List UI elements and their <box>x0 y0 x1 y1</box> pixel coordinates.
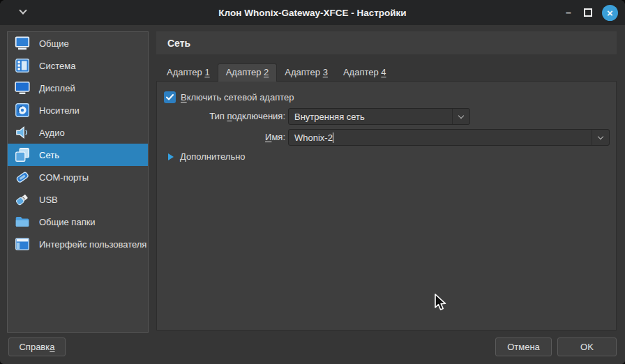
tab-adapter-1[interactable]: Адаптер 1 <box>159 64 218 82</box>
sidebar-item-audio[interactable]: Аудио <box>8 121 148 144</box>
cancel-button[interactable]: Отмена <box>495 338 552 356</box>
settings-category-list: Общие Система Дисплей Носители Аудио Сет… <box>7 31 149 333</box>
sidebar-item-general[interactable]: Общие <box>8 32 148 54</box>
enable-adapter-label[interactable]: Включить сетевой адаптер <box>181 92 294 103</box>
dropdown-button[interactable] <box>452 109 469 124</box>
storage-icon <box>14 102 31 119</box>
audio-icon <box>14 124 31 141</box>
sidebar-item-display[interactable]: Дисплей <box>8 77 148 99</box>
chevron-down-icon <box>458 112 464 118</box>
network-name-value: Whonix-2 <box>294 132 333 143</box>
network-name-input[interactable]: Whonix-2 <box>288 129 610 146</box>
sidebar-item-label: USB <box>39 195 58 205</box>
close-button[interactable]: × <box>602 5 618 21</box>
close-icon: × <box>607 8 613 18</box>
serial-port-icon <box>14 169 31 185</box>
maximize-button[interactable] <box>584 8 592 17</box>
dropdown-button[interactable] <box>592 130 609 145</box>
tab-adapter-3[interactable]: Адаптер 3 <box>277 64 336 82</box>
sidebar-item-storage[interactable]: Носители <box>8 99 148 121</box>
sidebar-item-label: Сеть <box>39 150 59 160</box>
attachment-type-label: Тип подключения: <box>163 108 285 124</box>
advanced-label: Дополнительно <box>180 151 246 162</box>
window-title: Клон Whonix-Gateway-XFCE - Настройки <box>0 8 625 18</box>
chevron-down-icon <box>598 133 603 139</box>
sidebar-item-label: Дисплей <box>39 83 75 93</box>
enable-adapter-checkbox[interactable] <box>164 91 176 103</box>
checkmark-icon <box>166 94 174 100</box>
sidebar-item-serial-ports[interactable]: COM-порты <box>8 166 148 188</box>
sidebar-item-user-interface[interactable]: Интерфейс пользователя <box>8 233 148 255</box>
mouse-cursor <box>432 293 451 312</box>
sidebar-item-label: Общие папки <box>39 217 96 227</box>
sidebar-item-label: Носители <box>39 105 80 116</box>
display-icon <box>14 79 31 96</box>
network-name-label: Имя: <box>163 129 285 145</box>
sidebar-item-label: Интерфейс пользователя <box>39 239 146 250</box>
sidebar-item-usb[interactable]: USB <box>8 188 148 211</box>
adapter-settings-pane: Включить сетевой адаптер Тип подключения… <box>156 81 617 331</box>
sidebar-item-label: Общие <box>39 38 69 49</box>
sidebar-item-network[interactable]: Сеть <box>8 144 148 166</box>
titlebar: Клон Whonix-Gateway-XFCE - Настройки – × <box>0 0 625 25</box>
general-icon <box>14 35 31 52</box>
text-caret <box>333 132 333 143</box>
page-title: Сеть <box>156 31 617 54</box>
sidebar-item-label: COM-порты <box>39 172 89 183</box>
adapter-tabs: Адаптер 1 Адаптер 2 Адаптер 3 Адаптер 4 <box>159 64 394 82</box>
tab-adapter-2[interactable]: Адаптер 2 <box>218 63 278 82</box>
attachment-type-select[interactable]: Внутренняя сеть <box>288 108 470 125</box>
expander-arrow-icon <box>168 153 174 160</box>
tab-adapter-4[interactable]: Адаптер 4 <box>336 64 394 82</box>
sidebar-item-system[interactable]: Система <box>8 54 148 77</box>
folder-icon <box>14 213 31 230</box>
user-interface-icon <box>14 236 31 252</box>
sidebar-item-label: Аудио <box>39 128 65 138</box>
usb-icon <box>14 191 31 208</box>
advanced-expander[interactable]: Дополнительно <box>168 151 246 162</box>
help-button[interactable]: Справка <box>8 338 66 356</box>
minimize-button[interactable]: – <box>563 0 574 25</box>
sidebar-item-label: Система <box>39 61 75 71</box>
sidebar-item-shared-folders[interactable]: Общие папки <box>8 211 148 233</box>
system-icon <box>14 57 31 74</box>
vm-settings-window: Клон Whonix-Gateway-XFCE - Настройки – ×… <box>0 0 625 364</box>
ok-button[interactable]: OK <box>557 338 617 356</box>
network-icon <box>14 146 31 163</box>
